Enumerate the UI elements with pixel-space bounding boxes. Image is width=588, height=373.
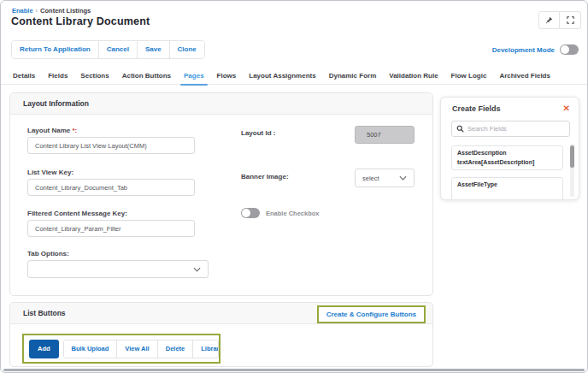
- close-icon[interactable]: ✕: [563, 104, 570, 113]
- create-fields-title: Create Fields: [452, 104, 501, 113]
- development-mode-label: Development Mode: [492, 46, 555, 54]
- list-view-key-input[interactable]: [27, 179, 195, 196]
- list-view-key-label: List View Key:: [27, 169, 74, 176]
- chevron-down-icon: [193, 267, 201, 272]
- tab-options-label: Tab Options:: [27, 250, 69, 258]
- layout-id-value: 5007: [355, 126, 415, 144]
- search-icon: [456, 125, 464, 133]
- tab-layout-assignments[interactable]: Layout Assignments: [249, 68, 315, 85]
- breadcrumb: Enable›Content Listings: [12, 7, 91, 15]
- page-title: Content Library Document: [11, 15, 150, 27]
- search-fields-box: [451, 121, 570, 137]
- annotation-highlight-buttons: Add Bulk Upload View All Delete Library …: [22, 334, 220, 364]
- tab-validation-rule[interactable]: Validation Rule: [389, 68, 438, 85]
- required-mark: *:: [72, 127, 77, 134]
- layout-information-header: Layout Information: [10, 93, 432, 115]
- tab-flow-logic[interactable]: Flow Logic: [451, 68, 487, 85]
- field-item-assetdescription[interactable]: AssetDescription textArea[AssetDescripti…: [451, 145, 563, 170]
- list-button-group: Bulk Upload View All Delete Library Sett…: [63, 340, 219, 358]
- bulk-upload-button[interactable]: Bulk Upload: [64, 340, 118, 358]
- breadcrumb-separator: ›: [36, 7, 38, 15]
- enable-checkbox-toggle[interactable]: [241, 208, 260, 218]
- enable-checkbox-label: Enable Checkbox: [266, 210, 320, 217]
- clone-button[interactable]: Clone: [170, 41, 204, 58]
- fullscreen-button[interactable]: [560, 11, 581, 29]
- action-bar: Return To Application Cancel Save Clone: [11, 40, 205, 59]
- view-all-button[interactable]: View All: [117, 340, 157, 358]
- layout-name-label: Layout Name *:: [27, 127, 77, 134]
- breadcrumb-current: Content Listings: [40, 7, 91, 15]
- window-bottom-edge: [3, 369, 585, 371]
- list-buttons-title: List Buttons: [23, 309, 66, 317]
- tab-action-buttons[interactable]: Action Buttons: [122, 68, 171, 85]
- create-fields-header: Create Fields ✕: [441, 98, 579, 117]
- toggle-knob: [242, 209, 250, 217]
- layout-id-label: Layout Id :: [241, 129, 275, 137]
- layout-information-panel: Layout Information Layout Name *: List V…: [9, 92, 433, 296]
- layout-name-input[interactable]: [27, 137, 195, 154]
- development-mode-control: Development Mode: [492, 44, 579, 55]
- create-fields-panel: Create Fields ✕ AssetDescription textAre…: [440, 97, 579, 200]
- tab-options-select[interactable]: [27, 260, 209, 278]
- pin-icon: [545, 16, 553, 24]
- field-name: AssetDescription: [457, 149, 557, 158]
- return-to-application-button[interactable]: Return To Application: [12, 41, 99, 58]
- delete-button[interactable]: Delete: [158, 340, 194, 358]
- search-fields-input[interactable]: [467, 125, 565, 133]
- field-name: AssetFileType: [457, 181, 557, 190]
- field-type: textArea[AssetDescription]: [457, 158, 557, 168]
- filtered-content-message-key-label: Filtered Content Message Key:: [27, 210, 127, 217]
- cancel-button[interactable]: Cancel: [99, 41, 138, 58]
- chevron-down-icon: [399, 175, 407, 181]
- library-settings-button[interactable]: Library Settings: [193, 340, 219, 358]
- toggle-knob: [561, 45, 569, 54]
- save-button[interactable]: Save: [138, 41, 170, 58]
- tab-details[interactable]: Details: [13, 68, 35, 85]
- enable-checkbox-control: Enable Checkbox: [241, 208, 320, 218]
- development-mode-toggle[interactable]: [560, 44, 579, 55]
- pin-button[interactable]: [538, 11, 560, 29]
- fullscreen-icon: [567, 16, 574, 24]
- filtered-content-message-key-input[interactable]: [27, 220, 195, 237]
- scrollbar-thumb[interactable]: [570, 145, 574, 168]
- tab-fields[interactable]: Fields: [48, 68, 68, 85]
- layout-information-title: Layout Information: [23, 99, 89, 108]
- annotation-highlight-configure: Create & Configure Buttons: [317, 305, 426, 323]
- tab-dynamic-form[interactable]: Dynamic Form: [329, 68, 377, 85]
- list-buttons-panel: List Buttons Create & Configure Buttons …: [9, 302, 433, 367]
- field-item-assetfiletype[interactable]: AssetFileType: [451, 177, 563, 200]
- add-button[interactable]: Add: [29, 340, 59, 358]
- create-configure-buttons-link[interactable]: Create & Configure Buttons: [319, 307, 424, 322]
- window-icon-group: [538, 11, 581, 29]
- banner-image-label: Banner Image:: [241, 173, 289, 181]
- tab-pages[interactable]: Pages: [184, 68, 204, 85]
- tab-archived-fields[interactable]: Archived Fields: [499, 68, 550, 85]
- breadcrumb-enable-link[interactable]: Enable: [12, 7, 33, 15]
- banner-image-select[interactable]: select: [355, 169, 415, 187]
- content-library-document-window: Enable›Content Listings Content Library …: [0, 0, 588, 373]
- banner-image-value: select: [362, 175, 379, 182]
- tab-bar: Details Fields Sections Action Buttons P…: [1, 68, 587, 85]
- tab-flows[interactable]: Flows: [217, 68, 237, 85]
- tab-sections[interactable]: Sections: [80, 68, 109, 85]
